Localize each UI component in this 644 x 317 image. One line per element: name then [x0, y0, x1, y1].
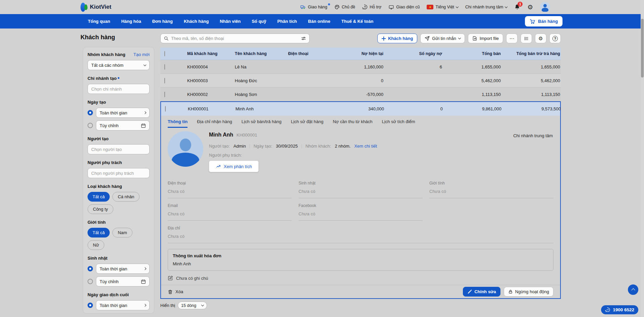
branch-selector[interactable]: Chi nhánh trung tâm — [465, 5, 507, 9]
edit-button[interactable]: Chỉnh sửa — [463, 287, 500, 297]
table-row-selected[interactable]: KH000001 Minh Anh 340,000 0 9,861,000 9,… — [161, 102, 560, 116]
tab-lich-su-tich-diem[interactable]: Lịch sử tích điểm — [382, 119, 415, 128]
type-company-pill[interactable]: Công ty — [88, 204, 113, 214]
view-analytics-button[interactable]: Xem phân tích — [209, 161, 259, 172]
nav-item-hang-hoa[interactable]: Hàng hóa — [121, 19, 141, 24]
col-debt[interactable]: Nợ hiện tại — [325, 51, 384, 56]
theme-menu-item[interactable]: Chủ đề — [334, 4, 355, 10]
page-size-select[interactable]: 15 dòng — [178, 302, 207, 309]
gender-male-pill[interactable]: Nam — [112, 228, 132, 237]
created-alltime-radio[interactable] — [88, 110, 93, 115]
scroll-to-top-button[interactable] — [628, 284, 638, 295]
user-avatar[interactable] — [540, 2, 550, 12]
nav-item-nhan-vien[interactable]: Nhân viên — [220, 19, 240, 24]
col-debt-days[interactable]: Số ngày nợ — [384, 51, 443, 56]
pagination-row: Hiển thị 15 dòng — [160, 302, 561, 309]
row-checkbox[interactable] — [164, 78, 165, 84]
nav-item-ban-online[interactable]: Bán online — [308, 19, 330, 24]
nav-item-khach-hang[interactable]: Khách hàng — [184, 19, 209, 24]
row-checkbox[interactable] — [165, 106, 166, 112]
old-ui-menu-item[interactable]: Giao diện cũ — [388, 5, 420, 10]
detail-branch: Chi nhánh trung tâm — [513, 133, 553, 138]
brand-name: KiotViet — [90, 4, 111, 10]
columns-button[interactable] — [521, 34, 532, 43]
create-group-link[interactable]: Tạo mới — [133, 52, 150, 57]
delete-button[interactable]: Xóa — [168, 289, 183, 295]
cart-icon — [530, 19, 535, 24]
tab-thong-tin[interactable]: Thông tin — [168, 119, 187, 128]
tab-lich-su-ban-tra[interactable]: Lịch sử bán/trả hàng — [241, 119, 281, 128]
scrollbar-track[interactable] — [641, 0, 644, 317]
support-menu-item[interactable]: Hỗ trợ — [362, 4, 381, 10]
select-all-checkbox[interactable] — [164, 51, 165, 56]
branch-filter-input[interactable] — [88, 84, 150, 94]
col-net[interactable]: Tổng bán trừ trả hàng — [501, 51, 561, 56]
assignee-filter-label: Người phụ trách — [88, 160, 150, 165]
help-button[interactable]: ? — [549, 34, 561, 43]
nav-item-thue-ke-toan[interactable]: Thuế & Kế toán — [341, 19, 373, 24]
type-all-pill[interactable]: Tất cả — [88, 192, 110, 202]
language-selector[interactable]: ★ Tiếng Việt — [427, 5, 458, 9]
filter-tune-icon[interactable] — [301, 36, 306, 41]
notifications-button[interactable]: 1 — [514, 4, 520, 10]
creator-filter-input[interactable] — [88, 144, 150, 154]
nav-item-so-quy[interactable]: Sổ quỹ — [252, 19, 266, 24]
tab-dia-chi-nhan-hang[interactable]: Địa chỉ nhận hàng — [197, 119, 232, 128]
type-personal-pill[interactable]: Cá nhân — [112, 192, 140, 202]
deactivate-button[interactable]: Ngừng hoạt động — [504, 287, 553, 297]
chevron-down-icon — [458, 37, 461, 39]
birthday-custom-radio[interactable] — [88, 279, 93, 284]
birthday-alltime-radio[interactable] — [88, 266, 93, 271]
expanded-customer-detail: KH000001 Minh Anh 340,000 0 9,861,000 9,… — [160, 101, 561, 299]
settings-gear-button[interactable]: ⚙ — [527, 4, 533, 10]
more-actions-button[interactable]: ⋯ — [506, 34, 518, 43]
search-input[interactable] — [171, 36, 299, 41]
table-row[interactable]: KH000003 Hoàng Đức 0 5,462,000 5,462,000 — [160, 74, 561, 88]
nav-item-don-hang[interactable]: Đơn hàng — [152, 19, 173, 24]
hotline-button[interactable]: 1900 6522 — [601, 305, 638, 314]
nav-item-phan-tich[interactable]: Phân tích — [277, 19, 297, 24]
created-alltime-button[interactable]: Toàn thời gian — [96, 108, 150, 118]
customer-table: Mã khách hàng Tên khách hàng Điện thoại … — [160, 48, 561, 299]
assignee-filter-input[interactable] — [88, 168, 150, 178]
col-phone[interactable]: Điện thoại — [288, 51, 325, 56]
table-row[interactable]: KH000004 Lê Na 1,160,000 6 1,655,000 1,6… — [160, 60, 561, 74]
row-checkbox[interactable] — [164, 92, 165, 97]
group-select[interactable]: Tất cả các nhóm — [88, 60, 150, 70]
table-row[interactable]: KH000002 Hoàng Sơn -570,000 1,113,150 1,… — [160, 88, 561, 101]
col-name[interactable]: Tên khách hàng — [235, 51, 288, 56]
created-custom-radio[interactable] — [88, 123, 93, 128]
created-custom-button[interactable]: Tùy chỉnh — [96, 120, 150, 130]
kiotviet-logo-icon — [80, 3, 88, 12]
birthday-alltime-button[interactable]: Toàn thời gian — [96, 264, 150, 274]
chat-icon — [605, 307, 610, 312]
note-row[interactable]: Chưa có ghi chú — [168, 275, 553, 285]
app-window: KiotViet Giao hàng Chủ đề Hỗ trợ — [0, 0, 644, 317]
col-total[interactable]: Tổng bán — [443, 51, 501, 56]
gender-field: Giới tính Chưa có — [429, 181, 553, 198]
search-icon — [164, 36, 169, 41]
send-message-button[interactable]: Gửi tin nhắn — [420, 34, 465, 43]
tab-lich-su-dat-hang[interactable]: Lịch sử đặt hàng — [291, 119, 323, 128]
scrollbar-thumb[interactable] — [641, 19, 644, 77]
nav-item-tong-quan[interactable]: Tổng quan — [88, 19, 110, 24]
birthday-custom-button[interactable]: Tùy chỉnh — [96, 276, 150, 286]
tab-no-can-thu[interactable]: Nợ cần thu từ khách — [333, 119, 372, 128]
calendar-icon — [141, 123, 146, 128]
add-customer-button[interactable]: Khách hàng — [377, 34, 417, 43]
brand[interactable]: KiotViet — [80, 0, 111, 14]
delivery-menu-item[interactable]: Giao hàng — [300, 5, 327, 10]
sell-button[interactable]: Bán hàng — [525, 16, 562, 27]
lasttx-alltime-button[interactable]: Toàn thời gian — [96, 300, 150, 310]
view-group-detail-link[interactable]: Xem chi tiết — [354, 144, 377, 149]
lasttx-alltime-radio[interactable] — [88, 303, 93, 308]
gender-all-pill[interactable]: Tất cả — [88, 228, 110, 237]
row-checkbox[interactable] — [164, 64, 165, 70]
gender-female-pill[interactable]: Nữ — [88, 240, 104, 250]
col-code[interactable]: Mã khách hàng — [187, 51, 235, 56]
filter-panel: Nhóm khách hàng Tạo mới Tất cả các nhóm … — [83, 47, 154, 314]
trending-up-icon — [216, 164, 221, 169]
table-settings-button[interactable]: ⚙ — [535, 34, 546, 43]
phone-field: Điện thoại Chưa có — [168, 181, 292, 198]
import-file-button[interactable]: Import file — [468, 34, 503, 43]
